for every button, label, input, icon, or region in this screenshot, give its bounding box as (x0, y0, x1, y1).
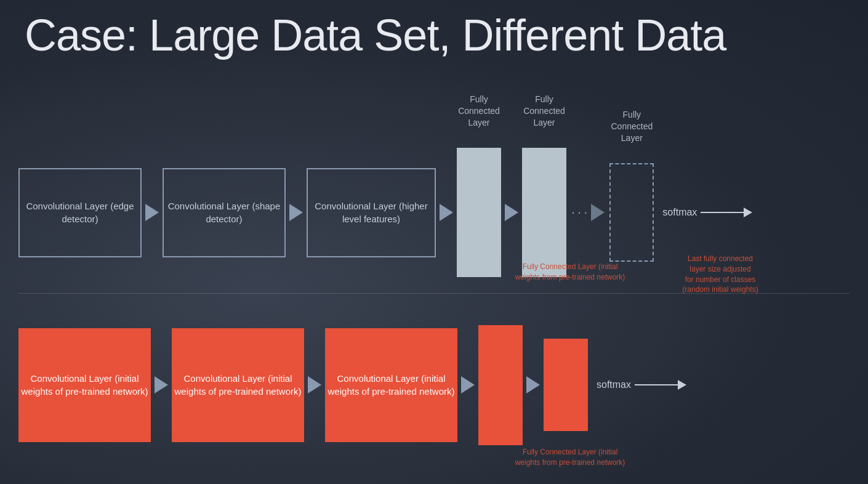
top-conv3-box: Convolutional Layer (higher level featur… (307, 168, 436, 257)
top-fc1-label-above: FullyConnectedLayer (451, 94, 507, 129)
bot-arrow-1 (155, 376, 168, 393)
arrow-icon-3 (440, 204, 453, 221)
bot-arrow-icon-3 (461, 376, 475, 393)
bot-fc2-box (544, 339, 588, 431)
bot-conv2-box: Convolutional Layer (initial weights of … (172, 328, 304, 442)
top-fc3-box (609, 163, 654, 262)
arrow-2 (289, 204, 303, 221)
top-fc2-wrap: FullyConnectedLayer (522, 148, 566, 277)
top-softmax-arrow (701, 208, 752, 217)
bot-arrow-icon-2 (308, 376, 321, 393)
top-fc-label2: Last fully connectedlayer size adjustedf… (656, 254, 785, 295)
bot-arrow-2 (308, 376, 321, 393)
bot-fc1-wrap (478, 325, 523, 445)
bot-conv1-box: Convolutional Layer (initial weights of … (18, 328, 151, 442)
top-conv1-wrap: Convolutional Layer (edge detector) (18, 168, 142, 257)
arrow-4 (505, 204, 518, 221)
bot-conv2-wrap: Convolutional Layer (initial weights of … (172, 328, 304, 442)
dots-arrow: ··· (571, 204, 605, 221)
bot-fc1-label: Fully Connected Layer (initialweights fr… (508, 447, 632, 468)
top-arrow-head (744, 208, 752, 217)
bot-arrow-icon-1 (155, 376, 168, 393)
top-fc-label1: Fully Connected Layer (initialweights fr… (508, 262, 632, 283)
bot-arrow-head (678, 380, 686, 390)
top-conv3-wrap: Convolutional Layer (higher level featur… (307, 168, 436, 257)
bot-arrow-3 (461, 376, 475, 393)
bot-conv3-wrap: Convolutional Layer (initial weights of … (325, 328, 457, 442)
top-conv1-box: Convolutional Layer (edge detector) (18, 168, 142, 257)
dots-arrow-head (591, 204, 605, 221)
arrow-3 (440, 204, 453, 221)
top-fc2-box (522, 148, 566, 277)
bot-arrow-icon-4 (526, 376, 540, 393)
page-title: Case: Large Data Set, Different Data (25, 11, 726, 60)
bot-conv1-wrap: Convolutional Layer (initial weights of … (18, 328, 151, 442)
bot-arrow-4 (526, 376, 540, 393)
arrow-1 (145, 204, 159, 221)
top-fc3-label-above: FullyConnectedLayer (604, 109, 659, 144)
bot-conv3-box: Convolutional Layer (initial weights of … (325, 328, 457, 442)
top-fc1-wrap: FullyConnectedLayer (457, 148, 501, 277)
top-fc2-label-above: FullyConnectedLayer (516, 94, 572, 129)
top-fc1-box (457, 148, 501, 277)
bot-softmax-label: softmax (597, 379, 631, 390)
bottom-diagram: Convolutional Layer (initial weights of … (18, 320, 850, 450)
top-softmax-label: softmax (662, 207, 697, 218)
bot-softmax-arrow (635, 380, 686, 390)
top-conv2-wrap: Convolutional Layer (shape detector) (163, 168, 286, 257)
top-softmax-group: softmax (662, 207, 752, 218)
arrow-icon-2 (289, 204, 303, 221)
top-conv2-box: Convolutional Layer (shape detector) (163, 168, 286, 257)
bot-arrow-line (635, 384, 678, 385)
top-arrow-line (701, 212, 744, 213)
bot-fc2-wrap (544, 339, 588, 431)
bot-fc1-box (478, 325, 523, 445)
arrow-icon-1 (145, 204, 159, 221)
top-fc3-wrap: FullyConnectedLayer (609, 163, 654, 262)
bot-softmax-group: softmax (597, 379, 686, 390)
arrow-icon-4 (505, 204, 518, 221)
